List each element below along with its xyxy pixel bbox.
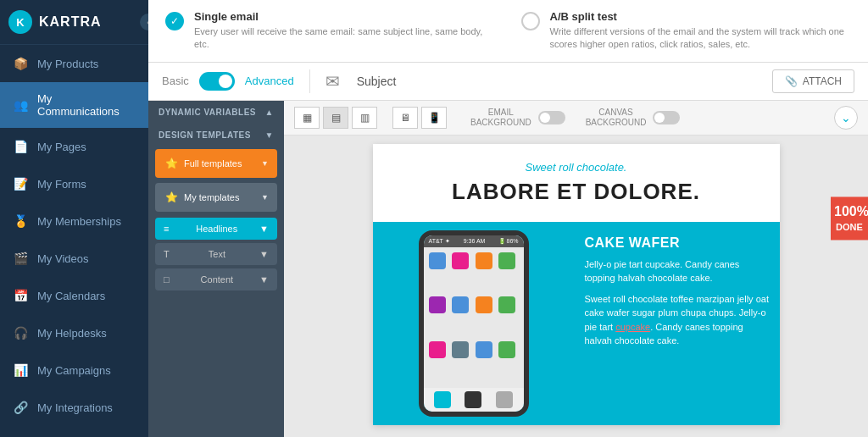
sidebar-header: K KARTRA ‹ (0, 0, 148, 45)
email-canvas: Sweet roll chocolate. LABORE ET DOLORE. … (373, 144, 780, 425)
dock-icon-facetime (434, 391, 451, 408)
app-icon-11 (476, 341, 492, 358)
single-email-title: Single email (194, 10, 496, 23)
cake-link[interactable]: cupcake (615, 322, 650, 332)
sidebar-item-label: My Products (37, 58, 98, 70)
canvas-toolbar: ▦ ▤ ▥ 🖥 📱 EMAILBACKGROUND CANVASBACKGROU… (284, 101, 868, 136)
progress-badge: 100% DONE (831, 196, 868, 240)
chevron-down-icon: ▼ (265, 130, 274, 140)
single-email-text: Single email Every user will receive the… (194, 10, 496, 52)
logo-text: KARTRA (39, 14, 102, 30)
app-icon-7 (476, 296, 492, 313)
app-icon-6 (452, 296, 469, 313)
basic-advanced-toggle[interactable] (199, 72, 235, 91)
status-carrier: AT&T ✦ (429, 238, 450, 245)
sidebar-item-pages[interactable]: 📄 My Pages (0, 128, 148, 165)
sidebar-item-products[interactable]: 📦 My Products (0, 45, 148, 82)
cake-paragraph-1: Jelly-o pie tart cupcake. Candy canes to… (585, 257, 770, 285)
integrations-icon: 🔗 (12, 399, 29, 416)
phone-container: AT&T ✦ 9:36 AM 🔋86% (373, 222, 575, 425)
canvas-area: ▦ ▤ ▥ 🖥 📱 EMAILBACKGROUND CANVASBACKGROU… (284, 101, 868, 437)
sidebar-item-memberships[interactable]: 🏅 My Memberships (0, 202, 148, 240)
email-bg-toggle[interactable] (538, 111, 565, 124)
cake-section-title: CAKE WAFER (585, 235, 770, 251)
single-email-radio[interactable] (165, 12, 184, 30)
layout-btn-2[interactable]: ▤ (323, 107, 348, 129)
single-email-option[interactable]: Single email Every user will receive the… (165, 10, 496, 52)
dynamic-variables-header[interactable]: DYNAMIC VARIABLES ▲ (148, 101, 284, 124)
app-icon-8 (498, 296, 515, 313)
main-content: Single email Every user will receive the… (148, 0, 868, 437)
sidebar-collapse-button[interactable]: ‹ (140, 14, 148, 30)
ab-test-option[interactable]: A/B split test Write different versions … (521, 10, 852, 52)
layout-btn-1[interactable]: ▦ (294, 107, 320, 129)
sidebar-item-label: My Integrations (37, 401, 113, 414)
cake-info-section: CAKE WAFER Jelly-o pie tart cupcake. Can… (575, 222, 780, 425)
my-templates-icon: ⭐ (164, 190, 179, 205)
pages-icon: 📄 (12, 138, 29, 155)
email-tagline: Sweet roll chocolate. (390, 161, 763, 174)
text-chevron: ▼ (259, 249, 269, 259)
app-icon-appstore (429, 252, 446, 269)
ab-test-radio[interactable] (521, 12, 540, 30)
phone-dock (424, 388, 524, 412)
sidebar-item-affiliates[interactable]: ⭐ My Affiliate Promos (0, 426, 148, 437)
helpdesks-icon: 🎧 (12, 324, 29, 341)
app-icon-notes (498, 252, 515, 269)
app-icon-music (452, 252, 469, 269)
design-item-headlines[interactable]: ≡ Headlines ▼ (155, 218, 277, 240)
memberships-icon: 🏅 (12, 213, 29, 230)
sidebar-item-label: My Videos (37, 252, 88, 265)
editor-area: DYNAMIC VARIABLES ▲ DESIGN TEMPLATES ▼ ⭐… (148, 101, 868, 437)
email-canvas-header: Sweet roll chocolate. LABORE ET DOLORE. (373, 144, 780, 222)
calendars-icon: 📅 (12, 287, 29, 304)
ab-test-title: A/B split test (550, 10, 852, 23)
sidebar-item-calendars[interactable]: 📅 My Calendars (0, 277, 148, 314)
email-type-bar: Single email Every user will receive the… (148, 0, 868, 63)
expand-button[interactable]: ⌄ (834, 106, 858, 130)
app-icons-grid (424, 247, 524, 388)
sidebar-item-integrations[interactable]: 🔗 My Integrations (0, 389, 148, 426)
app-icon-9 (429, 341, 446, 358)
content-chevron: ▼ (259, 274, 269, 285)
status-time: 9:36 AM (464, 238, 486, 244)
logo-icon: K (8, 10, 32, 34)
design-items-list: ≡ Headlines ▼ T Text ▼ □ Content ▼ (148, 214, 284, 294)
sidebar-item-label: My Calendars (37, 290, 105, 302)
layout-btn-5[interactable]: 📱 (421, 107, 447, 129)
app-icon-reminders (476, 252, 492, 269)
toolbar-divider (309, 69, 310, 93)
attach-button[interactable]: 📎 ATTACH (772, 69, 854, 93)
design-item-content[interactable]: □ Content ▼ (155, 268, 277, 290)
email-bg-label: EMAILBACKGROUND (470, 108, 531, 128)
subject-label: Subject (357, 75, 397, 88)
my-templates-button[interactable]: ⭐ My templates ▼ (155, 183, 277, 212)
dock-icon-calculator (465, 391, 481, 408)
cake-paragraph-2: Sweet roll chocolate toffee marzipan jel… (585, 292, 770, 348)
sidebar-item-label: My Memberships (37, 215, 121, 228)
full-templates-chevron: ▼ (261, 159, 269, 168)
basic-label: Basic (162, 75, 189, 87)
single-email-desc: Every user will receive the same email: … (194, 25, 496, 52)
layout-btn-4[interactable]: 🖥 (392, 107, 418, 129)
sidebar-item-forms[interactable]: 📝 My Forms (0, 165, 148, 202)
my-templates-chevron: ▼ (261, 193, 269, 202)
canvas-bg-toggle[interactable] (653, 111, 680, 124)
sidebar: K KARTRA ‹ 📦 My Products 👥 My Communicat… (0, 0, 148, 437)
full-templates-button[interactable]: ⭐ Full templates ▼ (155, 149, 277, 178)
app-icon-12 (498, 341, 515, 358)
sidebar-item-communications[interactable]: 👥 My Communications (0, 82, 148, 128)
sidebar-item-campaigns[interactable]: 📊 My Campaigns (0, 351, 148, 389)
sidebar-item-videos[interactable]: 🎬 My Videos (0, 240, 148, 277)
email-icon: ✉ (326, 71, 340, 91)
videos-icon: 🎬 (12, 250, 29, 267)
design-item-text[interactable]: T Text ▼ (155, 243, 277, 265)
left-panel: DYNAMIC VARIABLES ▲ DESIGN TEMPLATES ▼ ⭐… (148, 101, 284, 437)
sidebar-item-helpdesks[interactable]: 🎧 My Helpdesks (0, 314, 148, 351)
sidebar-item-label: My Pages (37, 141, 86, 153)
design-templates-header[interactable]: DESIGN TEMPLATES ▼ (148, 124, 284, 147)
ab-test-desc: Write different versions of the email an… (550, 25, 852, 52)
layout-btn-3[interactable]: ▥ (352, 107, 377, 129)
communications-icon: 👥 (12, 97, 29, 113)
dock-icon-settings (496, 391, 513, 408)
